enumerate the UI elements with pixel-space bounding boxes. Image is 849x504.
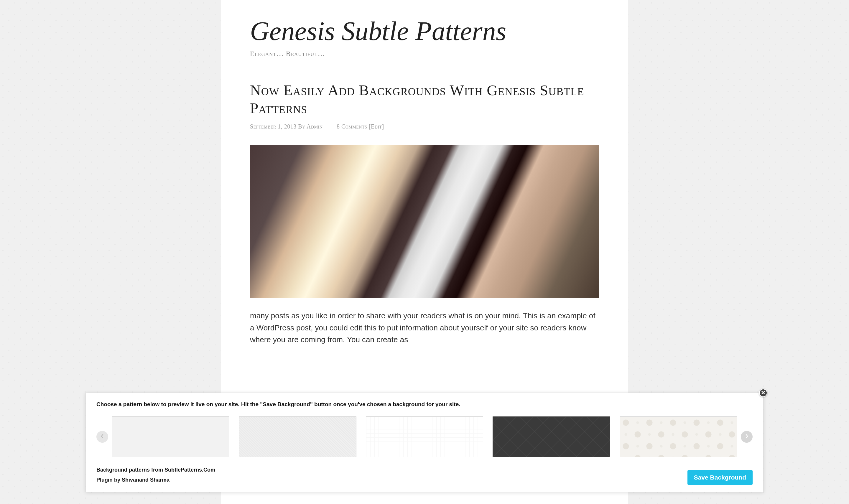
- save-background-button[interactable]: Save Background: [687, 470, 753, 485]
- post-title[interactable]: Now Easily Add Backgrounds With Genesis …: [250, 82, 599, 117]
- pattern-swatch[interactable]: [366, 416, 484, 457]
- chevron-left-icon: [100, 434, 104, 439]
- pattern-swatch[interactable]: [620, 416, 737, 457]
- panel-footer: Background patterns from SubtlePatterns.…: [96, 465, 753, 485]
- comments-link[interactable]: 8 Comments: [337, 123, 367, 130]
- pattern-picker-panel: Choose a pattern below to preview it liv…: [86, 393, 763, 492]
- plugin-author-prefix: Plugin by: [96, 477, 122, 483]
- post-hero-image: [250, 145, 599, 298]
- site-tagline: Elegant… Beautiful…: [250, 50, 599, 58]
- swatch-list: [112, 416, 737, 457]
- pattern-swatch[interactable]: [112, 416, 229, 457]
- subtlepatterns-link[interactable]: SubtlePatterns.Com: [164, 467, 215, 473]
- carousel-prev-button[interactable]: [96, 431, 108, 443]
- close-button[interactable]: [759, 389, 767, 397]
- pattern-swatch[interactable]: [493, 416, 610, 457]
- post-date: September 1, 2013: [250, 123, 296, 130]
- panel-instructions: Choose a pattern below to preview it liv…: [96, 401, 753, 408]
- post-meta: September 1, 2013 By Admin — 8 Comments …: [250, 123, 599, 130]
- panel-credits: Background patterns from SubtlePatterns.…: [96, 465, 215, 485]
- pattern-swatch[interactable]: [239, 416, 356, 457]
- pattern-carousel: [96, 416, 753, 457]
- edit-link[interactable]: [Edit]: [369, 123, 384, 130]
- plugin-author-link[interactable]: Shivanand Sharma: [122, 477, 169, 483]
- post-body: many posts as you like in order to share…: [250, 310, 599, 345]
- post-author-link[interactable]: Admin: [307, 123, 323, 130]
- chevron-right-icon: [745, 434, 749, 439]
- credits-prefix: Background patterns from: [96, 467, 164, 473]
- meta-separator: —: [327, 123, 333, 130]
- byline-prefix: By: [298, 123, 305, 130]
- close-icon: [761, 390, 765, 396]
- site-title: Genesis Subtle Patterns: [250, 18, 599, 44]
- carousel-next-button[interactable]: [741, 431, 753, 443]
